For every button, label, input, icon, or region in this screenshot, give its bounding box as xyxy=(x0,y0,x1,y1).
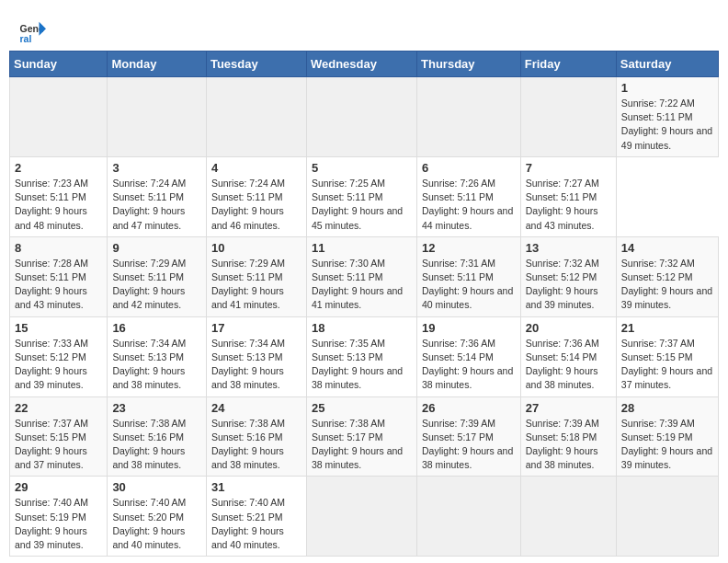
calendar-day-cell xyxy=(417,477,521,557)
empty-cell xyxy=(417,77,521,157)
calendar-day-cell: 17Sunrise: 7:34 AMSunset: 5:13 PMDayligh… xyxy=(206,316,306,396)
day-info: Sunrise: 7:23 AMSunset: 5:11 PMDaylight:… xyxy=(15,178,88,231)
day-info: Sunrise: 7:37 AMSunset: 5:15 PMDaylight:… xyxy=(15,418,88,471)
calendar-day-cell: 23Sunrise: 7:38 AMSunset: 5:16 PMDayligh… xyxy=(108,396,207,477)
day-number: 6 xyxy=(422,161,516,175)
day-info: Sunrise: 7:29 AMSunset: 5:11 PMDaylight:… xyxy=(112,258,186,311)
empty-cell xyxy=(108,77,207,157)
day-header-sunday: Sunday xyxy=(10,52,108,77)
day-info: Sunrise: 7:30 AMSunset: 5:11 PMDaylight:… xyxy=(312,258,403,311)
day-info: Sunrise: 7:29 AMSunset: 5:11 PMDaylight:… xyxy=(211,258,285,311)
day-info: Sunrise: 7:40 AMSunset: 5:19 PMDaylight:… xyxy=(15,497,88,550)
day-info: Sunrise: 7:37 AMSunset: 5:15 PMDaylight:… xyxy=(621,338,712,391)
day-header-friday: Friday xyxy=(520,52,616,77)
day-info: Sunrise: 7:38 AMSunset: 5:16 PMDaylight:… xyxy=(211,418,285,471)
calendar-day-cell: 12Sunrise: 7:31 AMSunset: 5:11 PMDayligh… xyxy=(417,236,521,316)
day-info: Sunrise: 7:39 AMSunset: 5:17 PMDaylight:… xyxy=(422,418,513,471)
calendar-week-row: 2Sunrise: 7:23 AMSunset: 5:11 PMDaylight… xyxy=(10,156,719,236)
day-number: 23 xyxy=(112,401,201,415)
day-info: Sunrise: 7:35 AMSunset: 5:13 PMDaylight:… xyxy=(312,338,403,391)
day-info: Sunrise: 7:39 AMSunset: 5:19 PMDaylight:… xyxy=(621,418,712,471)
day-info: Sunrise: 7:25 AMSunset: 5:11 PMDaylight:… xyxy=(312,178,403,231)
calendar-header-row: SundayMondayTuesdayWednesdayThursdayFrid… xyxy=(10,52,719,77)
day-info: Sunrise: 7:24 AMSunset: 5:11 PMDaylight:… xyxy=(112,178,186,231)
empty-cell xyxy=(520,77,616,157)
calendar-day-cell: 29Sunrise: 7:40 AMSunset: 5:19 PMDayligh… xyxy=(10,477,108,557)
day-number: 24 xyxy=(211,401,301,415)
calendar-day-cell: 7Sunrise: 7:27 AMSunset: 5:11 PMDaylight… xyxy=(520,156,616,236)
calendar-day-cell: 15Sunrise: 7:33 AMSunset: 5:12 PMDayligh… xyxy=(10,316,108,396)
day-info: Sunrise: 7:39 AMSunset: 5:18 PMDaylight:… xyxy=(526,418,599,471)
calendar-week-row: 1Sunrise: 7:22 AMSunset: 5:11 PMDaylight… xyxy=(10,77,719,157)
day-number: 8 xyxy=(15,241,102,255)
day-header-thursday: Thursday xyxy=(417,52,521,77)
day-number: 18 xyxy=(312,321,412,335)
calendar-day-cell: 1Sunrise: 7:22 AMSunset: 5:11 PMDaylight… xyxy=(616,77,718,157)
calendar-day-cell xyxy=(616,477,718,557)
day-info: Sunrise: 7:24 AMSunset: 5:11 PMDaylight:… xyxy=(211,178,285,231)
day-info: Sunrise: 7:32 AMSunset: 5:12 PMDaylight:… xyxy=(621,258,712,311)
day-number: 1 xyxy=(621,81,713,95)
day-number: 15 xyxy=(15,321,102,335)
calendar-day-cell: 31Sunrise: 7:40 AMSunset: 5:21 PMDayligh… xyxy=(206,477,306,557)
day-number: 3 xyxy=(112,161,201,175)
day-info: Sunrise: 7:34 AMSunset: 5:13 PMDaylight:… xyxy=(211,338,285,391)
day-number: 22 xyxy=(15,401,102,415)
day-number: 20 xyxy=(526,321,611,335)
day-number: 31 xyxy=(211,480,301,494)
day-number: 19 xyxy=(422,321,516,335)
calendar-day-cell: 28Sunrise: 7:39 AMSunset: 5:19 PMDayligh… xyxy=(616,396,718,477)
day-number: 12 xyxy=(422,241,516,255)
calendar-day-cell: 22Sunrise: 7:37 AMSunset: 5:15 PMDayligh… xyxy=(10,396,108,477)
day-number: 21 xyxy=(621,321,713,335)
empty-cell xyxy=(206,77,306,157)
calendar-day-cell: 19Sunrise: 7:36 AMSunset: 5:14 PMDayligh… xyxy=(417,316,521,396)
day-header-saturday: Saturday xyxy=(616,52,718,77)
calendar-day-cell: 26Sunrise: 7:39 AMSunset: 5:17 PMDayligh… xyxy=(417,396,521,477)
calendar-day-cell: 5Sunrise: 7:25 AMSunset: 5:11 PMDaylight… xyxy=(306,156,416,236)
day-number: 4 xyxy=(211,161,301,175)
day-number: 7 xyxy=(526,161,611,175)
day-number: 28 xyxy=(621,401,713,415)
day-number: 27 xyxy=(526,401,611,415)
day-number: 30 xyxy=(112,480,201,494)
calendar-day-cell: 4Sunrise: 7:24 AMSunset: 5:11 PMDaylight… xyxy=(206,156,306,236)
calendar-day-cell: 25Sunrise: 7:38 AMSunset: 5:17 PMDayligh… xyxy=(306,396,416,477)
day-info: Sunrise: 7:28 AMSunset: 5:11 PMDaylight:… xyxy=(15,258,88,311)
calendar-week-row: 8Sunrise: 7:28 AMSunset: 5:11 PMDaylight… xyxy=(10,236,719,316)
day-number: 10 xyxy=(211,241,301,255)
calendar-day-cell: 13Sunrise: 7:32 AMSunset: 5:12 PMDayligh… xyxy=(520,236,616,316)
calendar-week-row: 15Sunrise: 7:33 AMSunset: 5:12 PMDayligh… xyxy=(10,316,719,396)
day-info: Sunrise: 7:40 AMSunset: 5:21 PMDaylight:… xyxy=(211,497,285,550)
calendar-day-cell: 3Sunrise: 7:24 AMSunset: 5:11 PMDaylight… xyxy=(108,156,207,236)
day-header-monday: Monday xyxy=(108,52,207,77)
day-info: Sunrise: 7:33 AMSunset: 5:12 PMDaylight:… xyxy=(15,338,88,391)
day-header-wednesday: Wednesday xyxy=(306,52,416,77)
calendar-day-cell: 8Sunrise: 7:28 AMSunset: 5:11 PMDaylight… xyxy=(10,236,108,316)
calendar-week-row: 29Sunrise: 7:40 AMSunset: 5:19 PMDayligh… xyxy=(10,477,719,557)
calendar-day-cell: 30Sunrise: 7:40 AMSunset: 5:20 PMDayligh… xyxy=(108,477,207,557)
calendar-day-cell: 6Sunrise: 7:26 AMSunset: 5:11 PMDaylight… xyxy=(417,156,521,236)
logo-icon: Gene ral xyxy=(18,18,46,46)
empty-cell xyxy=(306,77,416,157)
calendar-body: 1Sunrise: 7:22 AMSunset: 5:11 PMDaylight… xyxy=(10,77,719,557)
day-number: 16 xyxy=(112,321,201,335)
day-number: 9 xyxy=(112,241,201,255)
day-info: Sunrise: 7:26 AMSunset: 5:11 PMDaylight:… xyxy=(422,178,513,231)
calendar-day-cell: 9Sunrise: 7:29 AMSunset: 5:11 PMDaylight… xyxy=(108,236,207,316)
day-info: Sunrise: 7:34 AMSunset: 5:13 PMDaylight:… xyxy=(112,338,186,391)
day-info: Sunrise: 7:40 AMSunset: 5:20 PMDaylight:… xyxy=(112,497,186,550)
day-info: Sunrise: 7:38 AMSunset: 5:17 PMDaylight:… xyxy=(312,418,403,471)
day-info: Sunrise: 7:36 AMSunset: 5:14 PMDaylight:… xyxy=(526,338,599,391)
calendar-day-cell xyxy=(520,477,616,557)
day-info: Sunrise: 7:38 AMSunset: 5:16 PMDaylight:… xyxy=(112,418,186,471)
day-header-tuesday: Tuesday xyxy=(206,52,306,77)
svg-text:ral: ral xyxy=(20,33,32,44)
calendar-day-cell: 18Sunrise: 7:35 AMSunset: 5:13 PMDayligh… xyxy=(306,316,416,396)
day-info: Sunrise: 7:27 AMSunset: 5:11 PMDaylight:… xyxy=(526,178,599,231)
calendar-day-cell: 20Sunrise: 7:36 AMSunset: 5:14 PMDayligh… xyxy=(520,316,616,396)
header: Gene ral xyxy=(9,9,719,51)
day-info: Sunrise: 7:36 AMSunset: 5:14 PMDaylight:… xyxy=(422,338,513,391)
calendar-day-cell: 24Sunrise: 7:38 AMSunset: 5:16 PMDayligh… xyxy=(206,396,306,477)
day-number: 11 xyxy=(312,241,412,255)
